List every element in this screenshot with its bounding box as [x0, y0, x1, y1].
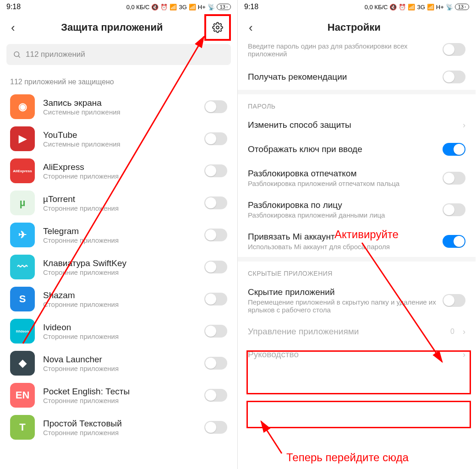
app-toggle[interactable]	[204, 421, 227, 434]
settings-button[interactable]	[204, 14, 231, 41]
wifi-icon: 📡	[446, 4, 453, 11]
status-bar: 9:18 0,0 КБ/С 🔇 ⏰ 📶 3G 📶 H+ 📡 13	[238, 0, 476, 14]
annotation-goto: Теперь перейдите сюда	[286, 451, 409, 464]
app-icon: AliExpress	[10, 158, 35, 183]
app-icon: µ	[10, 191, 35, 215]
setting-row[interactable]: Изменить способ защиты ›	[238, 114, 476, 136]
search-placeholder: 112 приложений	[26, 50, 85, 59]
wifi-icon: 📡	[208, 4, 215, 11]
left-phone: 9:18 0,0 КБ/С 🔇 ⏰ 📶 3G 📶 H+ 📡 13 ‹ Защит…	[0, 0, 238, 469]
app-header: ‹ Защита приложений	[0, 14, 237, 41]
back-button[interactable]: ‹	[6, 19, 20, 37]
app-name: Ivideon	[43, 322, 196, 333]
setting-sub: Разблокировка приложений отпечатком паль…	[248, 180, 437, 187]
app-name: Shazam	[43, 290, 196, 300]
back-button[interactable]: ‹	[244, 19, 257, 37]
app-row[interactable]: AliExpress AliExpress Сторонние приложен…	[0, 155, 237, 187]
app-sub: Сторонние приложения	[43, 300, 196, 308]
toggle[interactable]	[443, 235, 465, 248]
toggle[interactable]	[443, 172, 465, 185]
setting-title: Разблокировка отпечатком	[248, 169, 437, 179]
app-icon: T	[10, 415, 35, 440]
app-toggle[interactable]	[204, 229, 227, 241]
app-icon: ◆	[10, 351, 35, 376]
app-name: Telegram	[43, 226, 196, 236]
app-toggle[interactable]	[204, 325, 227, 338]
app-row[interactable]: T Простой Текстовый Сторонние приложения	[0, 411, 237, 443]
battery-icon: 13	[217, 4, 231, 10]
app-icon: iVideon	[10, 319, 35, 344]
setting-sub: Разблокировка приложений данными лица	[248, 211, 437, 219]
app-toggle[interactable]	[204, 357, 227, 370]
app-toggle[interactable]	[204, 293, 227, 305]
page-title: Настройки	[257, 22, 451, 33]
app-sub: Системные приложения	[43, 140, 196, 148]
svg-point-1	[14, 52, 19, 57]
app-name: Запись экрана	[43, 98, 196, 108]
app-row[interactable]: S Shazam Сторонние приложения	[0, 283, 237, 315]
app-row[interactable]: ◆ Nova Launcher Сторонние приложения	[0, 347, 237, 379]
setting-sub: Использовать Mi аккаунт для сброса парол…	[248, 243, 437, 251]
setting-row[interactable]: Разблокировка отпечатком Разблокировка п…	[238, 162, 476, 194]
setting-row[interactable]: Скрытие приложений Перемещение приложени…	[238, 281, 476, 320]
setting-title: Управление приложениями	[248, 327, 445, 337]
app-sub: Системные приложения	[43, 108, 196, 116]
count: 0	[450, 327, 454, 336]
app-name: µTorrent	[43, 194, 196, 204]
app-row[interactable]: EN Pocket English: Тесты Сторонние прило…	[0, 379, 237, 411]
annotation-box-manage	[246, 401, 471, 428]
setting-title: Отображать ключ при вводе	[248, 144, 437, 154]
svg-point-0	[216, 26, 219, 29]
app-toggle[interactable]	[204, 164, 227, 177]
toggle[interactable]	[443, 143, 465, 156]
app-icon: ✈	[10, 223, 35, 247]
app-row[interactable]: ▶ YouTube Системные приложения	[0, 123, 237, 155]
app-sub: Сторонние приложения	[43, 333, 196, 340]
setting-row[interactable]: Отображать ключ при вводе	[238, 136, 476, 162]
search-input[interactable]: 112 приложений	[6, 44, 231, 65]
toggle[interactable]	[443, 43, 465, 56]
divider	[238, 90, 476, 94]
app-toggle[interactable]	[204, 196, 227, 209]
chevron-right-icon: ›	[463, 327, 465, 337]
toggle[interactable]	[443, 203, 465, 216]
signal2-icon: 📶	[427, 4, 434, 11]
app-sub: Сторонние приложения	[43, 365, 196, 372]
app-icon: 〰	[10, 255, 35, 279]
app-sub: Сторонние приложения	[43, 172, 196, 180]
gear-icon	[212, 22, 223, 33]
setting-sub: Введите пароль один раз для разблокировк…	[248, 42, 437, 58]
toggle[interactable]	[443, 71, 465, 83]
app-list: ◉ Запись экрана Системные приложения ▶ Y…	[0, 91, 237, 443]
app-row[interactable]: µ µTorrent Сторонние приложения	[0, 187, 237, 219]
section-label: 112 приложений не защищено	[0, 71, 237, 91]
app-row[interactable]: 〰 Клавиатура SwiftKey Сторонние приложен…	[0, 251, 237, 283]
setting-row[interactable]: Управление приложениями 0›	[238, 320, 476, 343]
app-row[interactable]: ✈ Telegram Сторонние приложения	[0, 219, 237, 251]
app-toggle[interactable]	[204, 100, 227, 113]
divider	[238, 257, 476, 262]
setting-title: Скрытие приложений	[248, 287, 437, 297]
app-toggle[interactable]	[204, 389, 227, 402]
app-header: ‹ Настройки	[238, 14, 476, 41]
setting-row[interactable]: Разблокировка по лицу Разблокировка прил…	[238, 194, 476, 225]
status-bar: 9:18 0,0 КБ/С 🔇 ⏰ 📶 3G 📶 H+ 📡 13	[0, 0, 237, 14]
app-toggle[interactable]	[204, 261, 227, 273]
alarm-icon: ⏰	[160, 4, 168, 11]
battery-icon: 13	[455, 4, 469, 10]
page-title: Защита приложений	[20, 22, 204, 33]
app-sub: Сторонние приложения	[43, 397, 196, 404]
app-icon: EN	[10, 383, 35, 408]
alarm-icon: ⏰	[399, 4, 406, 11]
app-icon: S	[10, 287, 35, 311]
status-icons: 0,0 КБ/С 🔇 ⏰ 📶 3G 📶 H+ 📡 13	[126, 4, 231, 11]
toggle[interactable]	[443, 294, 465, 307]
recommendations-row[interactable]: Получать рекомендации	[238, 64, 476, 90]
app-sub: Сторонние приложения	[43, 268, 196, 276]
app-row[interactable]: iVideon Ivideon Сторонние приложения	[0, 315, 237, 347]
app-row[interactable]: ◉ Запись экрана Системные приложения	[0, 91, 237, 123]
annotation-box-hide-apps	[246, 350, 471, 394]
status-time: 9:18	[6, 3, 21, 11]
app-toggle[interactable]	[204, 132, 227, 145]
app-icon: ◉	[10, 94, 35, 119]
